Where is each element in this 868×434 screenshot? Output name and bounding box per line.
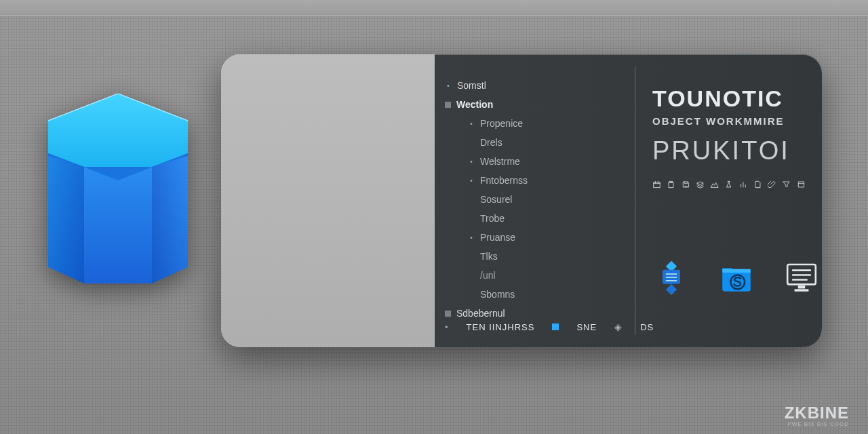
mountain-icon[interactable] (710, 178, 719, 191)
diamond-icon: ◈ (614, 321, 623, 332)
bottom-label-3[interactable]: DS (640, 322, 654, 332)
nav-item-label: Fntobernss (480, 174, 528, 187)
nav-item-label: Wection (456, 98, 493, 111)
bottom-label-2[interactable]: SNE (576, 322, 597, 332)
clip-icon[interactable] (768, 178, 776, 191)
save-icon[interactable] (682, 178, 690, 191)
calendar-icon[interactable] (652, 178, 661, 191)
corner-brand: ZKBINE PWE BIX BIS COOD (785, 403, 849, 427)
bullet-dot-icon: • (468, 231, 475, 244)
bullet-dot-icon: • (468, 117, 475, 130)
nav-item-6[interactable]: Sosurel (445, 193, 628, 206)
monitor-list-icon[interactable] (783, 256, 821, 298)
bullet-square-icon (445, 311, 451, 317)
bullet-dot-icon: • (468, 155, 475, 168)
clipboard-icon[interactable] (667, 178, 675, 191)
brand-subtitle: OBJECT WORKMMIRE (652, 115, 806, 127)
stack-icon[interactable] (696, 178, 705, 191)
svg-marker-10 (666, 284, 677, 295)
big-icon-row (652, 256, 821, 298)
bottom-dot-icon: • (445, 322, 449, 332)
bullet-dot-icon: • (445, 79, 452, 92)
nav-item-label: Propenice (480, 117, 523, 130)
nav-item-10[interactable]: /unl (445, 269, 628, 282)
nav-item-0[interactable]: •Somstl (445, 79, 628, 92)
vertical-divider (635, 66, 635, 335)
bottom-status-row: • TEN IINJHRSS SNE ◈ DS (445, 321, 654, 332)
nav-item-8[interactable]: •Pruanse (445, 231, 628, 244)
hex-prism-graphic (35, 94, 201, 297)
card-left-panel (221, 54, 434, 347)
nav-item-label: Welstrme (480, 155, 520, 168)
nav-item-3[interactable]: Drels (445, 136, 628, 149)
nav-item-1[interactable]: Wection (445, 98, 628, 111)
bullet-dot-icon: • (468, 174, 475, 187)
mini-icon-row (652, 178, 806, 191)
nav-item-label: Sbomns (480, 288, 515, 301)
nav-item-5[interactable]: •Fntobernss (445, 174, 628, 187)
brand-title: TOUNOTIC (652, 87, 806, 111)
svg-marker-2 (84, 167, 152, 283)
svg-marker-1 (48, 153, 84, 283)
nav-item-4[interactable]: •Welstrme (445, 155, 628, 168)
bullet-square-icon (445, 102, 451, 108)
nav-item-12[interactable]: Sdbebernul (445, 307, 628, 320)
note-icon[interactable] (797, 178, 806, 191)
bottom-label-1[interactable]: TEN IINJHRSS (467, 322, 535, 332)
nav-item-label: Trobe (480, 212, 505, 225)
corner-logo: ZKBINE (785, 403, 849, 422)
file-icon[interactable] (753, 178, 762, 191)
nav-item-label: Drels (480, 136, 502, 149)
flask-icon[interactable] (724, 178, 733, 191)
brand-panel: TOUNOTIC OBJECT WORKMMIRE PRUKITOI (652, 87, 806, 191)
layers-badge-icon[interactable] (652, 256, 690, 298)
nav-item-label: Sosurel (480, 193, 512, 206)
nav-item-7[interactable]: Trobe (445, 212, 628, 225)
svg-rect-17 (795, 289, 809, 291)
nav-item-label: Tlks (480, 250, 498, 263)
nav-item-2[interactable]: •Propenice (445, 117, 628, 130)
filter-icon[interactable] (782, 178, 791, 191)
folder-s-icon[interactable] (717, 256, 755, 298)
svg-marker-3 (152, 153, 188, 283)
app-card: •SomstlWection•PropeniceDrels•Welstrme•F… (221, 54, 822, 347)
nav-item-label: Sdbebernul (456, 307, 505, 320)
chart-icon[interactable] (739, 178, 748, 191)
nav-item-9[interactable]: Tlks (445, 250, 628, 263)
nav-item-label: Pruanse (480, 231, 515, 244)
svg-rect-16 (798, 285, 805, 288)
nav-item-11[interactable]: Sbomns (445, 288, 628, 301)
nav-item-label: Somstl (457, 79, 486, 92)
corner-tagline: PWE BIX BIS COOD (785, 421, 849, 427)
blue-square-icon (552, 323, 559, 330)
brand-word: PRUKITOI (652, 136, 806, 165)
nav-item-label: /unl (480, 269, 496, 282)
nav-list: •SomstlWection•PropeniceDrels•Welstrme•F… (445, 79, 628, 320)
